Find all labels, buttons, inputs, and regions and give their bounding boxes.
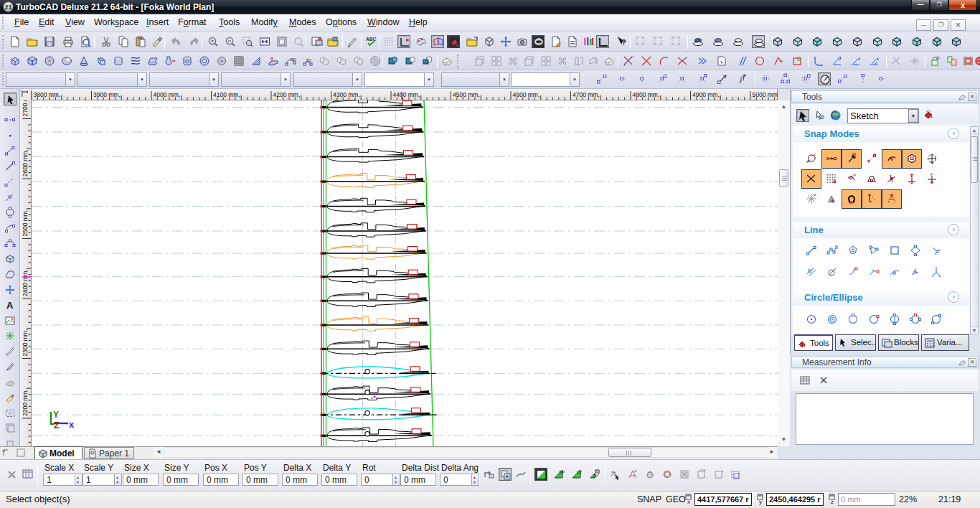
svg-text:2600 mm,: 2600 mm, [22,149,29,177]
svg-text:WP: WP [559,470,565,474]
svg-text:2200 mm,: 2200 mm, [22,389,29,416]
svg-text:ABC: ABC [366,37,376,42]
svg-text:x: x [687,499,690,505]
svg-text:2700 mm,: 2700 mm, [22,100,29,117]
svg-text:CP: CP [577,470,583,474]
svg-text:F: F [596,470,598,474]
svg-text:2300 mm,: 2300 mm, [22,329,29,357]
svg-text:¥: ¥ [910,174,913,178]
svg-text:3D: 3D [291,57,296,62]
svg-text:M: M [814,193,816,197]
svg-text:3D: 3D [306,58,311,62]
svg-text:¥: ¥ [930,173,933,177]
svg-text:Y: Y [53,410,59,420]
svg-text:Z: Z [54,420,60,431]
svg-text:y: y [759,499,762,505]
svg-text:z: z [831,499,834,505]
svg-text:2400 mm,: 2400 mm, [22,269,29,296]
svg-text:?: ? [621,38,626,47]
svg-text:Y: Y [814,153,816,157]
svg-text:x: x [69,419,75,430]
svg-text:A: A [6,300,14,311]
svg-text:x: x [806,159,809,164]
svg-text:2500 mm,: 2500 mm, [22,210,29,237]
